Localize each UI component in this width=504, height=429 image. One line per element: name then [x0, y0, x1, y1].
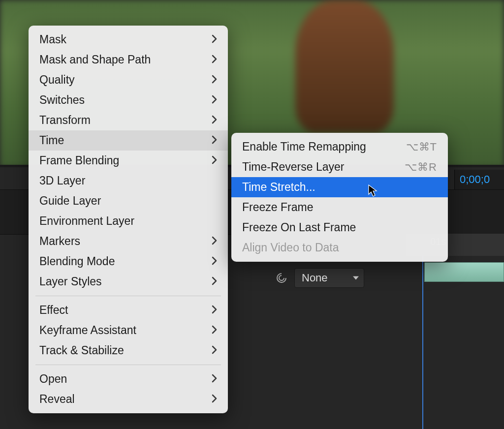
- clip-bar[interactable]: [424, 262, 504, 282]
- chevron-right-icon: [212, 135, 217, 144]
- chevron-right-icon: [212, 345, 217, 354]
- menu-item-label: Guide Layer: [39, 195, 217, 207]
- menu-item-label: Environment Layer: [39, 215, 217, 227]
- chevron-right-icon: [212, 236, 217, 245]
- menu-item-blending-mode[interactable]: Blending Mode: [29, 251, 228, 272]
- menu-item-time[interactable]: Time: [29, 130, 228, 151]
- menu-item-environment-layer[interactable]: Environment Layer: [29, 211, 228, 231]
- parent-link-row: None: [276, 268, 364, 288]
- menu-item-shortcut: ⌥⌘R: [405, 162, 437, 173]
- menu-item-label: Align Video to Data: [242, 242, 437, 253]
- chevron-right-icon: [212, 394, 217, 403]
- playhead[interactable]: [422, 256, 423, 429]
- menu-item-shortcut: ⌥⌘T: [406, 142, 437, 153]
- chevron-right-icon: [212, 55, 217, 63]
- menu-item-label: Freeze On Last Frame: [242, 222, 437, 233]
- submenu-item-freeze-frame[interactable]: Freeze Frame: [231, 197, 448, 217]
- menu-item-label: Quality: [39, 74, 192, 86]
- menu-item-effect[interactable]: Effect: [29, 300, 228, 320]
- menu-separator: [35, 296, 221, 296]
- menu-item-label: Transform: [39, 115, 192, 126]
- menu-item-label: Markers: [39, 236, 192, 247]
- chevron-right-icon: [212, 75, 217, 84]
- menu-item-label: Open: [39, 373, 192, 385]
- menu-item-markers[interactable]: Markers: [29, 231, 228, 251]
- menu-item-label: Keyframe Assistant: [39, 325, 192, 336]
- submenu-item-freeze-on-last-frame[interactable]: Freeze On Last Frame: [231, 217, 448, 238]
- menu-item-keyframe-assistant[interactable]: Keyframe Assistant: [29, 320, 228, 340]
- app-root: 0;00;0 01s None MaskMask and Shape PathQ…: [0, 0, 504, 429]
- current-timecode[interactable]: 0;00;0: [454, 170, 504, 189]
- menu-item-track-stabilize[interactable]: Track & Stabilize: [29, 340, 228, 361]
- menu-item-3d-layer[interactable]: 3D Layer: [29, 171, 228, 191]
- menu-item-reveal[interactable]: Reveal: [29, 389, 228, 409]
- menu-item-label: Time Stretch...: [242, 182, 437, 193]
- timecode-value: 0;00;0: [460, 173, 490, 186]
- chevron-right-icon: [212, 155, 217, 164]
- chevron-right-icon: [212, 325, 217, 334]
- menu-item-label: Time: [39, 135, 192, 146]
- parent-dropdown-label: None: [302, 272, 328, 284]
- layer-context-menu[interactable]: MaskMask and Shape PathQualitySwitchesTr…: [29, 26, 228, 413]
- chevron-right-icon: [212, 95, 217, 104]
- menu-item-label: Layer Styles: [39, 276, 192, 287]
- time-submenu[interactable]: Enable Time Remapping⌥⌘TTime-Reverse Lay…: [231, 133, 448, 262]
- submenu-item-time-stretch[interactable]: Time Stretch...: [231, 177, 448, 197]
- menu-item-mask-and-shape-path[interactable]: Mask and Shape Path: [29, 50, 228, 70]
- menu-item-label: Mask: [39, 34, 192, 45]
- chevron-right-icon: [212, 374, 217, 383]
- submenu-item-align-video-to-data: Align Video to Data: [231, 238, 448, 258]
- menu-item-frame-blending[interactable]: Frame Blending: [29, 151, 228, 171]
- parent-dropdown[interactable]: None: [294, 268, 364, 288]
- menu-item-switches[interactable]: Switches: [29, 90, 228, 110]
- pickwhip-icon[interactable]: [276, 272, 287, 284]
- menu-item-layer-styles[interactable]: Layer Styles: [29, 272, 228, 292]
- menu-item-guide-layer[interactable]: Guide Layer: [29, 191, 228, 211]
- menu-item-label: Mask and Shape Path: [39, 54, 192, 65]
- chevron-right-icon: [212, 115, 217, 124]
- menu-item-label: Freeze Frame: [242, 202, 437, 213]
- menu-item-label: 3D Layer: [39, 175, 217, 186]
- menu-item-open[interactable]: Open: [29, 369, 228, 389]
- menu-item-quality[interactable]: Quality: [29, 70, 228, 90]
- chevron-right-icon: [212, 276, 217, 285]
- menu-item-label: Frame Blending: [39, 155, 192, 166]
- submenu-item-enable-time-remapping[interactable]: Enable Time Remapping⌥⌘T: [231, 137, 448, 157]
- menu-item-label: Reveal: [39, 394, 192, 405]
- menu-separator: [35, 365, 221, 365]
- chevron-right-icon: [212, 34, 217, 43]
- menu-item-mask[interactable]: Mask: [29, 30, 228, 50]
- menu-item-label: Blending Mode: [39, 256, 192, 267]
- submenu-item-time-reverse-layer[interactable]: Time-Reverse Layer⌥⌘R: [231, 157, 448, 177]
- menu-item-transform[interactable]: Transform: [29, 110, 228, 130]
- chevron-right-icon: [212, 305, 217, 314]
- chevron-right-icon: [212, 256, 217, 265]
- menu-item-label: Effect: [39, 305, 192, 316]
- menu-item-label: Time-Reverse Layer: [242, 161, 390, 173]
- menu-item-label: Switches: [39, 94, 192, 106]
- menu-item-label: Track & Stabilize: [39, 345, 192, 356]
- menu-item-label: Enable Time Remapping: [242, 141, 391, 153]
